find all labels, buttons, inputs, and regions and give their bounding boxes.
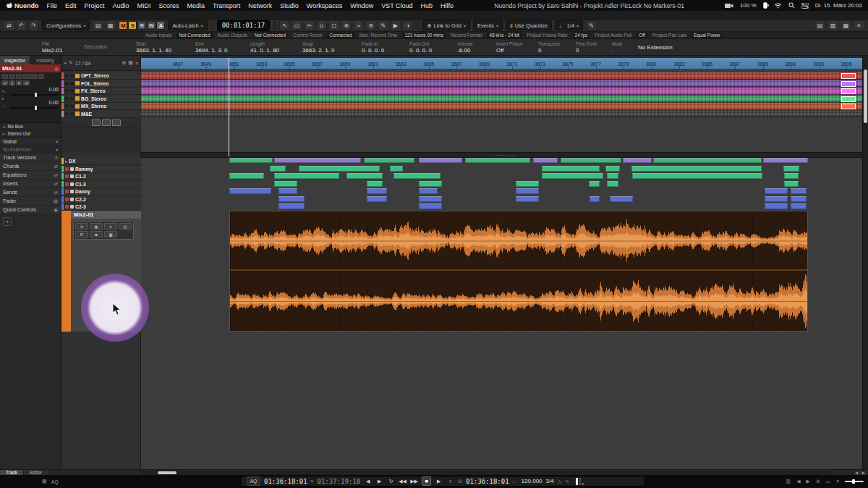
automation-s-button[interactable]: S (128, 21, 137, 30)
track-color-strip[interactable] (61, 111, 64, 117)
inspector-m-button[interactable]: M (1, 80, 8, 85)
split-tool[interactable]: ✂ (304, 20, 315, 30)
menu-midi[interactable]: MIDI (137, 2, 151, 9)
solo-button[interactable] (70, 74, 74, 77)
info-field-extension[interactable]: No Extension (638, 39, 703, 55)
info-field-length[interactable]: Length41. 0. 1. 80 (250, 39, 302, 55)
horizontal-scrollbar-thumb[interactable] (158, 471, 176, 474)
record-enable-icon[interactable] (75, 89, 80, 93)
solo-button[interactable] (70, 82, 74, 85)
mute-button[interactable] (65, 198, 69, 201)
info-field-fade-out[interactable]: Fade-Out0. 0. 0. 0 (409, 39, 457, 55)
selected-track-button-2[interactable]: ◉ (90, 223, 103, 230)
midi-event-c1-3[interactable] (784, 181, 799, 187)
input-routing-selector[interactable]: ⊲ No Bus (0, 123, 61, 130)
timeline-ruler[interactable]: 3647364936513653365536573659366136633665… (141, 56, 862, 70)
audio-event-m-e[interactable] (141, 111, 862, 118)
status-value[interactable]: 24 fps (573, 33, 590, 38)
configurations-dropdown[interactable]: Configurations▾ (42, 20, 90, 30)
mute-button[interactable] (65, 82, 69, 85)
track-row-mix2-01-selected[interactable]: Mix2-01 ≋◉e◎R■▦ (61, 211, 141, 332)
metronome-icon[interactable]: △ (558, 479, 561, 484)
record-enable-icon[interactable] (75, 112, 80, 116)
color-tool[interactable]: ◑ (402, 20, 413, 30)
track-zone-divider[interactable]: ······· (141, 152, 862, 158)
info-field-volume[interactable]: Volume-6.00 (457, 39, 496, 55)
inspector-mini-button-3[interactable] (16, 74, 22, 79)
track-row-fx-stereo[interactable]: FX_Stereo (61, 88, 141, 95)
midi-event-rammy[interactable] (783, 166, 799, 172)
record-enable-icon[interactable] (75, 104, 80, 109)
track-row-danny[interactable]: Danny (61, 188, 141, 195)
solo-button[interactable] (70, 167, 74, 171)
dx-folder-event[interactable] (229, 158, 273, 163)
tab-visibility[interactable]: Visibility (30, 56, 61, 64)
info-field-end[interactable]: End3694. 1. 3. 0 (195, 39, 250, 55)
midi-event-danny[interactable] (278, 188, 297, 194)
transport-sec-time[interactable]: 01:37:19:18 (318, 478, 361, 485)
mute-tool[interactable]: × (353, 20, 364, 30)
solo-button[interactable] (70, 190, 74, 193)
midi-event-c1-3[interactable] (607, 181, 618, 187)
info-field-snap[interactable]: Snap3663. 2. 1. 0 (302, 39, 362, 55)
info-field-fade-in[interactable]: Fade-In0. 0. 0. 0 (362, 39, 409, 55)
apple-logo-icon[interactable] (6, 2, 14, 9)
inspector-section-quick-controls[interactable]: Quick Controls◉ (0, 206, 61, 214)
automation-a-button[interactable]: A (156, 21, 165, 30)
menu-edit[interactable]: Edit (65, 2, 77, 9)
menu-studio[interactable]: Studio (280, 2, 299, 9)
menubar-clock[interactable]: Di. 15. März 20:02 (815, 2, 862, 9)
inspector-w-button[interactable]: W (23, 80, 30, 85)
menu-vst-cloud[interactable]: VST Cloud (381, 2, 412, 9)
menu-file[interactable]: File (47, 2, 58, 9)
track-row-mx-stereo[interactable]: MX_Stereo (61, 103, 141, 110)
track-row-c2-2[interactable]: C2-2 (61, 196, 141, 203)
audio-event-opt-stereo[interactable] (141, 72, 862, 80)
filter-tracks-icon[interactable]: ≡ (135, 61, 138, 66)
track-color-strip[interactable] (61, 181, 64, 188)
extension-dropdown[interactable]: No Extension ▾ (0, 146, 61, 153)
solo-button[interactable] (70, 205, 74, 209)
transport-primary-time[interactable]: 01:36:18:01 (264, 478, 307, 485)
solo-button[interactable] (70, 97, 74, 101)
dx-folder-event[interactable] (465, 158, 530, 163)
track-row-c1-3[interactable]: C1-3 (61, 181, 141, 188)
menu-network[interactable]: Network (248, 2, 272, 9)
comp-tool[interactable]: ≋ (365, 20, 376, 30)
rewind-button[interactable]: ◀◀ (399, 477, 407, 485)
inspector-section-track-versions[interactable]: Track Versions≡ (0, 153, 61, 162)
zoom-tracks-icon[interactable]: ⊕ (122, 60, 126, 66)
midi-event-danny[interactable] (791, 188, 807, 194)
track-color-strip[interactable] (61, 188, 64, 195)
solo-button[interactable] (70, 104, 74, 108)
mute-button[interactable] (65, 89, 69, 93)
track-color-strip[interactable] (61, 173, 64, 180)
audio-event-fx-stereo[interactable] (141, 88, 862, 95)
add-track-icon[interactable]: + (64, 61, 67, 66)
status-value[interactable]: Off (637, 33, 647, 38)
inspector-mini-button-6[interactable] (38, 74, 44, 79)
track-color-strip[interactable] (61, 196, 64, 203)
track-row-c1-2[interactable]: C1-2 (61, 173, 141, 180)
record-button[interactable]: ○ (446, 477, 454, 485)
midi-event-c2-3[interactable] (419, 203, 442, 209)
midi-event-rammy[interactable] (390, 166, 403, 172)
midi-event-danny[interactable] (765, 188, 788, 194)
inspector-section-chords[interactable]: Chords⇄ (0, 162, 61, 171)
audio-event-mix2-01[interactable] (229, 211, 808, 332)
object-selection-tool[interactable]: ↖ (279, 20, 290, 30)
midi-event-c2-3[interactable] (278, 203, 305, 209)
solo-button[interactable] (70, 174, 74, 178)
zones-icon[interactable]: ▦ (105, 20, 116, 30)
zoom-tool[interactable]: ⊕ (341, 20, 352, 30)
status-value[interactable]: 48 kHz - 24 bit (487, 33, 522, 38)
midi-event-danny[interactable] (229, 188, 271, 194)
control-center-icon[interactable] (801, 2, 809, 9)
track-row-dx[interactable]: ▸DX (61, 158, 141, 165)
folder-icon[interactable]: ▸ (65, 159, 67, 164)
track-color-strip[interactable] (61, 72, 64, 79)
snap-type-dropdown[interactable]: ⊕ Link to Grid▾ (422, 20, 470, 30)
collapse-icon[interactable]: ▾ (836, 479, 839, 484)
inspector-side-icon-2[interactable]: e (1, 96, 6, 101)
edit-tracks-icon[interactable]: ✎ (69, 60, 73, 66)
